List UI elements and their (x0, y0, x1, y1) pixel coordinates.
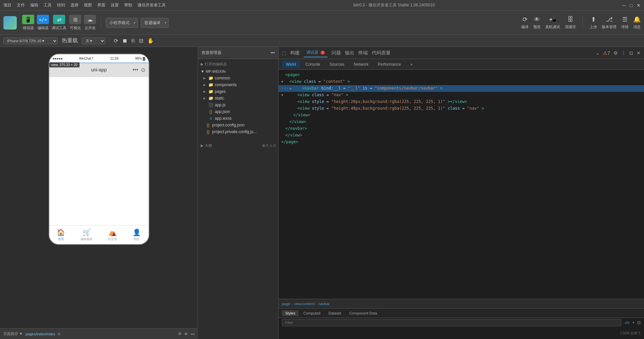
navbar-dots[interactable]: ··· (281, 85, 289, 92)
folder-pages[interactable]: ▶ 📁 pages (198, 88, 278, 95)
style-tab-computed[interactable]: Computed (300, 310, 324, 316)
tab-edit-service[interactable]: 🛒 编辑服务 (81, 228, 93, 241)
preview-button[interactable]: 👁 预览 (533, 16, 541, 30)
touch-button[interactable]: ✋ (147, 38, 154, 44)
filter-expand-button[interactable]: ⊡ (637, 320, 641, 325)
tab-sources[interactable]: Sources (326, 61, 348, 68)
outline-section[interactable]: ▶ 大纲 ⊗ 0 ⚠ 0 (198, 142, 278, 150)
devtools-more-icon[interactable]: ⋮ (621, 50, 626, 56)
line-toggle-view-nav[interactable]: ▼ (281, 93, 285, 98)
page-path-label[interactable]: 页面路径 ▼ (3, 331, 23, 336)
message-button[interactable]: 🔔 消息 (633, 16, 641, 30)
page-settings-icon[interactable]: ⚙ (178, 332, 182, 336)
devtools-warning-icon[interactable]: ⚠7 (603, 50, 610, 56)
open-editors-section[interactable]: ▶ 打开的编辑器 (198, 60, 278, 68)
file-app-json[interactable]: {} app.json (198, 108, 278, 115)
debugger-button[interactable]: ⇄ 调试工具 (52, 15, 66, 31)
devtools-settings-icon[interactable]: ⚙ (613, 50, 618, 56)
menu-view[interactable]: 视图 (84, 2, 92, 8)
breadcrumb-page[interactable]: page (282, 302, 290, 306)
editor-button[interactable]: </> 编辑器 (37, 15, 49, 31)
tab-console[interactable]: Console (301, 61, 324, 68)
menu-edit[interactable]: 编辑 (30, 2, 38, 8)
simulator-button[interactable]: 📱 模拟器 (22, 15, 34, 31)
menu-interface[interactable]: 界面 (97, 2, 105, 8)
devtools-tab-build[interactable]: 构建 (290, 50, 300, 56)
tab-home[interactable]: 🏠 首页 (57, 228, 65, 241)
window-controls[interactable]: ─ □ ✕ (623, 3, 641, 8)
maximize-button[interactable]: □ (630, 3, 633, 8)
menu-project[interactable]: 项目 (3, 2, 11, 8)
menu-settings[interactable]: 设置 (111, 2, 119, 8)
file-app-wxss[interactable]: ≡ app.wxss (198, 115, 278, 122)
split-button[interactable]: ⊟ (139, 38, 143, 44)
devtools-cursor-icon[interactable]: ⬚ (282, 50, 286, 56)
devtools-tab-quality[interactable]: 代码质量 (372, 50, 391, 56)
tab-wxml[interactable]: Wxml (282, 61, 300, 68)
compile-mode-select[interactable]: 小程序模式 (106, 18, 138, 28)
line-toggle-navbar[interactable]: ▶ (290, 86, 294, 91)
menu-file[interactable]: 文件 (17, 2, 25, 8)
filter-add-button[interactable]: + (632, 320, 635, 325)
menu-tools[interactable]: 工具 (44, 2, 52, 8)
tab-profile[interactable]: 👤 我的 (133, 228, 141, 241)
phone-home-icon[interactable]: ⊙ (141, 67, 145, 73)
breadcrumb-view-content[interactable]: view.content (294, 302, 314, 306)
tab-network[interactable]: Network (350, 61, 373, 68)
upload-button[interactable]: ⬆ 上传 (590, 16, 597, 30)
style-tab-component-data[interactable]: Component Data (346, 310, 381, 316)
devtools-chevron-down-icon[interactable]: ⌄ (596, 50, 600, 56)
build-mode-select[interactable]: 普通编译 (141, 18, 169, 28)
menu-goto[interactable]: 转到 (57, 2, 65, 8)
file-project-private[interactable]: {} project.private.config.js... (198, 128, 278, 135)
mp-weixin-section[interactable]: ▼ MP-WEIXIN (198, 68, 278, 75)
compile-mode-select-inner[interactable]: 小程序模式 (106, 18, 138, 28)
rotate-button[interactable]: ⎘ (132, 38, 135, 44)
minimize-button[interactable]: ─ (623, 3, 626, 8)
build-mode-select-inner[interactable]: 普通编译 (141, 18, 169, 28)
menu-help[interactable]: 帮助 (124, 2, 132, 8)
menu-select[interactable]: 选择 (70, 2, 79, 8)
filter-cls-button[interactable]: .cls (624, 321, 630, 325)
clear-cache-button[interactable]: 🗄 清缓存 (565, 16, 576, 30)
compile-button[interactable]: ⟳ 编译 (521, 16, 529, 30)
page-path-copy-icon[interactable]: ⎘ (58, 332, 60, 336)
version-button[interactable]: ⎇ 版本管理 (602, 16, 616, 30)
folder-static[interactable]: ▶ 📁 static (198, 95, 278, 102)
tab-performance[interactable]: Performance (374, 61, 405, 68)
file-panel-more-icon[interactable]: ••• (270, 51, 275, 55)
compile-mode-select-wrapper[interactable]: 小程序模式 (106, 18, 138, 28)
menu-bar[interactable]: 项目 文件 编辑 工具 转到 选择 视图 界面 设置 帮助 微信开发者工具 (3, 2, 166, 8)
visual-button[interactable]: ⊞ 可视化 (69, 15, 81, 31)
line-toggle-view-content[interactable]: ▼ (281, 79, 285, 84)
build-mode-select-wrapper[interactable]: 普通编译 (141, 18, 169, 28)
detail-button[interactable]: ☰ 详情 (621, 16, 629, 30)
close-button[interactable]: ✕ (637, 3, 641, 8)
devtools-tab-output[interactable]: 输出 (345, 50, 354, 56)
reload-button[interactable]: ⟳ (114, 38, 118, 44)
file-app-js[interactable]: ⬛ app.js (198, 102, 278, 108)
device-select[interactable]: iPhone 6/7/8 72% 16▼ (3, 38, 58, 44)
devtools-tab-debugger[interactable]: 调试器 7 (304, 48, 328, 57)
hot-reload-select[interactable]: 关▼ (82, 38, 105, 44)
devtools-close-icon[interactable]: ✕ (637, 50, 641, 56)
cloud-button[interactable]: ☁ 云开发 (84, 15, 96, 31)
style-tab-dataset[interactable]: Dataset (325, 310, 345, 316)
folder-common[interactable]: ▶ 📁 common (198, 75, 278, 81)
page-more-icon[interactable]: ••• (191, 332, 195, 336)
menu-wechat-dev[interactable]: 微信开发者工具 (138, 2, 166, 8)
file-project-config[interactable]: {} project.config.json (198, 122, 278, 128)
page-preview-icon[interactable]: 👁 (184, 332, 188, 336)
devtools-tab-problem[interactable]: 问题 (332, 50, 341, 56)
style-tab-styles[interactable]: Styles (282, 310, 299, 316)
code-line-navbar[interactable]: ··· ▶ <navbar bind:__l = "__l" is = "com… (279, 85, 644, 92)
stop-button[interactable]: ⏹ (122, 38, 128, 44)
devtools-dock-icon[interactable]: ⊡ (629, 50, 633, 56)
breadcrumb-navbar[interactable]: navbar (318, 302, 330, 306)
folder-components[interactable]: ▶ 📁 components (198, 81, 278, 88)
tab-more-panels[interactable]: » (406, 61, 417, 68)
devtools-tab-terminal[interactable]: 终端 (358, 50, 368, 56)
hot-reload-button[interactable]: 热重载 (62, 37, 78, 44)
tab-memorial[interactable]: ⛺ 纪念馆 (108, 228, 117, 241)
phone-more-icon[interactable]: ••• (133, 67, 138, 73)
